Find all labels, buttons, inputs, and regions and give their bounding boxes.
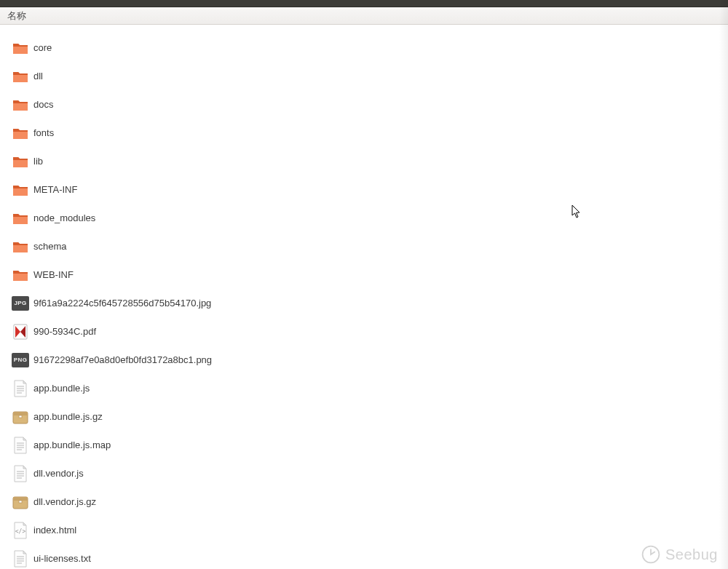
folder-icon (12, 238, 29, 255)
file-row[interactable]: fonts (0, 119, 728, 147)
file-row[interactable]: docs (0, 90, 728, 119)
folder-icon (12, 124, 29, 142)
file-name: 9f61a9a2224c5f645728556d75b54170.jpg (33, 298, 211, 309)
folder-icon (12, 181, 29, 199)
folder-icon (12, 153, 29, 170)
file-row[interactable]: dll.vendor.js.gz (0, 488, 728, 516)
file-row[interactable]: ui-licenses.txt (0, 544, 728, 569)
seebug-logo-icon (641, 544, 661, 565)
file-row[interactable]: dll (0, 62, 728, 90)
file-row[interactable]: lib (0, 147, 728, 175)
file-name: app.bundle.js (33, 383, 90, 394)
file-row[interactable]: core (0, 33, 728, 62)
svg-rect-7 (13, 245, 28, 252)
file-list: core dll docs fonts lib META-INF node_mo… (0, 25, 728, 569)
txt-icon (12, 380, 29, 397)
file-name: dll (33, 71, 43, 81)
svg-rect-2 (13, 103, 28, 111)
file-name: ui-licenses.txt (33, 553, 91, 564)
svg-rect-27 (19, 501, 22, 503)
svg-rect-3 (13, 132, 28, 139)
file-name: WEB-INF (33, 269, 74, 280)
folder-icon (12, 39, 29, 57)
svg-rect-15 (13, 412, 28, 415)
file-name: META-INF (33, 184, 77, 195)
file-row[interactable]: node_modules (0, 204, 728, 232)
window-menubar-strip (0, 0, 728, 7)
file-name: app.bundle.js.gz (33, 411, 103, 422)
pdf-icon (12, 323, 29, 341)
archive-icon (12, 493, 29, 511)
txt-icon (12, 437, 29, 454)
folder-icon (12, 96, 29, 114)
watermark: Seebug (641, 544, 718, 565)
txt-icon (12, 550, 29, 568)
file-row[interactable]: schema (0, 232, 728, 260)
file-name: dll.vendor.js (33, 468, 84, 479)
png-badge-icon: PNG (12, 351, 29, 369)
image-type-badge: JPG (12, 296, 29, 311)
svg-rect-5 (13, 188, 28, 196)
image-type-badge: PNG (12, 353, 29, 367)
file-row[interactable]: PNG91672298af7e0a8d0efb0fd3172a8bc1.png (0, 346, 728, 374)
column-header-name: 名称 (7, 9, 26, 23)
jpg-badge-icon: JPG (12, 295, 29, 312)
file-name: dll.vendor.js.gz (33, 496, 96, 507)
file-row[interactable]: META-INF (0, 175, 728, 204)
file-name: lib (33, 156, 43, 167)
file-name: node_modules (33, 212, 95, 223)
svg-rect-1 (13, 75, 28, 82)
column-header[interactable]: 名称 (0, 7, 728, 25)
svg-rect-0 (13, 47, 28, 54)
file-name: fonts (33, 127, 54, 138)
file-name: docs (33, 99, 53, 110)
svg-rect-6 (13, 217, 28, 224)
file-name: index.html (33, 525, 76, 536)
archive-icon (12, 408, 29, 426)
file-name: schema (33, 241, 67, 252)
watermark-text: Seebug (665, 546, 718, 563)
file-name: core (33, 42, 52, 53)
html-icon: </> (12, 522, 29, 539)
file-row[interactable]: app.bundle.js (0, 374, 728, 402)
folder-icon (12, 68, 29, 85)
file-row[interactable]: app.bundle.js.gz (0, 402, 728, 431)
svg-rect-4 (13, 160, 28, 167)
file-row[interactable]: 990-5934C.pdf (0, 317, 728, 346)
file-row[interactable]: dll.vendor.js (0, 459, 728, 488)
file-row[interactable]: app.bundle.js.map (0, 431, 728, 459)
folder-icon (12, 266, 29, 284)
file-row[interactable]: WEB-INF (0, 260, 728, 289)
file-row[interactable]: JPG9f61a9a2224c5f645728556d75b54170.jpg (0, 289, 728, 317)
folder-icon (12, 210, 29, 227)
svg-text:</>: </> (15, 528, 26, 535)
file-name: app.bundle.js.map (33, 439, 111, 450)
svg-rect-16 (19, 415, 22, 418)
svg-rect-8 (13, 274, 28, 281)
file-name: 91672298af7e0a8d0efb0fd3172a8bc1.png (33, 354, 212, 365)
txt-icon (12, 465, 29, 482)
svg-rect-26 (13, 497, 28, 501)
file-row[interactable]: </> index.html (0, 516, 728, 544)
file-name: 990-5934C.pdf (33, 326, 96, 337)
